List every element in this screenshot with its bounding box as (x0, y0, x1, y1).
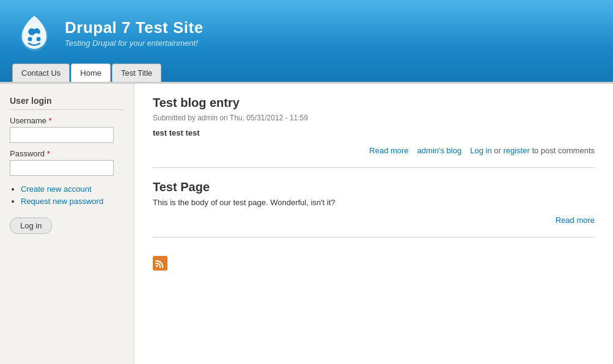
site-name-slogan: Drupal 7 Test Site Testing Drupal for yo… (65, 18, 204, 48)
account-links: Create new account Request new password (10, 184, 124, 206)
node-1-login-link[interactable]: Log in (470, 146, 491, 155)
svg-point-2 (37, 37, 41, 42)
drupal-logo-icon (12, 11, 56, 55)
node-1-read-more-link[interactable]: Read more (369, 146, 408, 155)
user-login-title: User login (10, 96, 124, 110)
create-new-account-link[interactable]: Create new account (21, 184, 92, 194)
logo-area: Drupal 7 Test Site Testing Drupal for yo… (12, 11, 204, 55)
node-1-body: test test test (153, 128, 595, 137)
node-1-admin-blog-link[interactable]: admin's blog (417, 146, 462, 155)
password-required-star: * (47, 149, 50, 158)
node-1-to-post-text: to post comments (532, 146, 595, 155)
nav-tab-contact-us[interactable]: Contact Us (12, 64, 70, 82)
node-1-register-link[interactable]: register (503, 146, 529, 155)
login-button[interactable]: Log in (10, 217, 52, 234)
rss-svg (155, 258, 165, 268)
node-1-or-text: or (494, 146, 503, 155)
node-blog-entry: Test blog entry Submitted by admin on Th… (153, 96, 595, 168)
node-1-login-or-register: Log in or register to post comments (470, 146, 595, 155)
node-2-title: Test Page (153, 180, 595, 194)
password-input[interactable] (10, 160, 114, 176)
main-nav: Contact Us Home Test Title (12, 64, 601, 82)
nav-tab-test-title[interactable]: Test Title (112, 64, 161, 82)
nav-tab-home[interactable]: Home (71, 64, 111, 82)
username-input[interactable] (10, 127, 114, 143)
svg-point-1 (28, 37, 32, 42)
create-account-list-item: Create new account (21, 184, 124, 194)
node-2-links: Read more (153, 216, 595, 225)
svg-rect-3 (156, 265, 158, 267)
rss-feed-area (153, 250, 595, 277)
request-password-list-item: Request new password (21, 197, 124, 206)
rss-icon[interactable] (153, 256, 167, 271)
node-2-body: This is the body of our test page. Wonde… (153, 198, 595, 207)
main-wrapper: User login Username * Password * Create … (0, 82, 613, 364)
password-label: Password * (10, 149, 124, 158)
node-1-submitted: Submitted by admin on Thu, 05/31/2012 - … (153, 114, 595, 122)
sidebar: User login Username * Password * Create … (0, 84, 134, 364)
request-new-password-link[interactable]: Request new password (21, 197, 103, 206)
node-test-page: Test Page This is the body of our test p… (153, 180, 595, 238)
node-1-links: Read more admin's blog Log in or registe… (153, 146, 595, 155)
node-2-read-more-link[interactable]: Read more (556, 216, 595, 225)
site-slogan: Testing Drupal for your entertainment! (65, 38, 204, 48)
site-name: Drupal 7 Test Site (65, 18, 204, 37)
node-1-title: Test blog entry (153, 96, 595, 110)
content-area: Test blog entry Submitted by admin on Th… (134, 84, 613, 364)
user-login-block: User login Username * Password * Create … (10, 96, 124, 234)
username-required-star: * (49, 116, 52, 125)
username-label: Username * (10, 116, 124, 125)
site-header: Drupal 7 Test Site Testing Drupal for yo… (0, 0, 613, 82)
